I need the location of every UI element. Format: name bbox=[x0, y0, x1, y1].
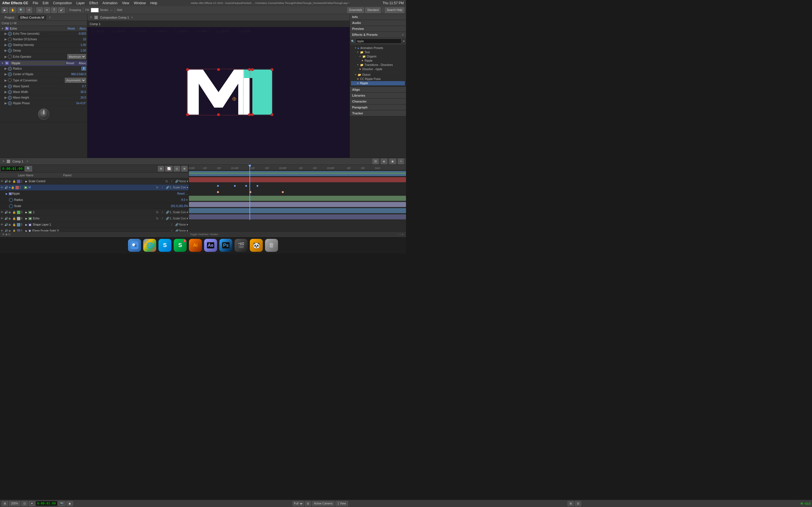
toolbar-rect[interactable]: ▭ bbox=[36, 7, 43, 13]
tl-bar-4[interactable] bbox=[189, 202, 406, 207]
tl-lock-6[interactable]: 🔒 bbox=[12, 229, 16, 231]
dock-vpn[interactable]: 🐼 bbox=[250, 239, 263, 252]
rp-paragraph-header[interactable]: Paragraph bbox=[350, 105, 406, 110]
rp-effects-menu[interactable]: ≡ bbox=[402, 33, 404, 36]
toolbar-brush[interactable]: 🖌 bbox=[58, 7, 65, 13]
toolbar-zoom[interactable]: 🔍 bbox=[17, 7, 25, 13]
echo-operator-dropdown[interactable]: Maximum Minimum Add bbox=[67, 54, 86, 59]
tl-layer-6[interactable]: 👁 🔊 ◉ 🔒 6 ▶ ■ [Deep Purple Solid 1] / 🔗 … bbox=[0, 228, 189, 231]
echo-time-stopwatch[interactable] bbox=[8, 32, 12, 36]
panel-menu-icon[interactable]: ≡ bbox=[49, 16, 51, 19]
echo-intensity-expander[interactable]: ▶ bbox=[4, 43, 8, 47]
tl-parent-2[interactable]: 1. Scale Con ▾ bbox=[170, 186, 188, 189]
tl-vis-3[interactable]: 👁 bbox=[1, 211, 4, 214]
menu-effect[interactable]: Effect bbox=[89, 1, 98, 5]
tl-vis-6[interactable]: 👁 bbox=[1, 229, 4, 231]
ripple-reset-btn[interactable]: Reset bbox=[66, 61, 74, 65]
menu-file[interactable]: File bbox=[33, 1, 38, 5]
ripple-type-icon[interactable] bbox=[8, 78, 12, 82]
rp-tree-ripple-distort[interactable]: ✦ Ripple bbox=[351, 81, 405, 86]
ripple-speed-expander[interactable]: ▶ bbox=[4, 84, 8, 88]
tab-effect-controls[interactable]: Effect Controls M bbox=[18, 15, 46, 20]
tl-solo-btn[interactable]: ◉ bbox=[389, 159, 396, 164]
toolbar-select[interactable]: ▶ bbox=[2, 7, 8, 13]
tl-link-2[interactable]: 🔗 bbox=[166, 186, 169, 189]
tl-bar-5[interactable] bbox=[189, 208, 406, 213]
tl-ripple-opts[interactable]: ... bbox=[186, 192, 188, 195]
tl-vis-1[interactable]: 👁 bbox=[1, 180, 4, 183]
ripple-speed-value[interactable]: 0.7 bbox=[82, 85, 86, 88]
essentials-btn[interactable]: Essentials bbox=[347, 7, 364, 13]
standard-btn[interactable]: Standard bbox=[365, 7, 380, 13]
tl-switch-4-fx[interactable]: fx bbox=[155, 216, 160, 221]
tl-switch-6-mo[interactable]: / bbox=[169, 229, 174, 232]
tl-audio-1[interactable]: 🔊 bbox=[4, 180, 8, 183]
rp-tracker-header[interactable]: Tracker bbox=[350, 110, 406, 116]
tl-graph-btn[interactable]: 📈 bbox=[165, 166, 172, 172]
rp-search-input[interactable] bbox=[356, 39, 402, 44]
tl-timecode[interactable]: 0:00:01:09 bbox=[1, 166, 24, 171]
tl-parent-1[interactable]: None ▾ bbox=[179, 180, 188, 183]
toggle-switches-modes[interactable]: Toggle Switches / Modes bbox=[190, 233, 218, 236]
ripple-radius-value[interactable]: 8 bbox=[82, 67, 86, 70]
tl-layer-1[interactable]: 👁 🔊 ◉ 🔒 1 ▶ Scale Control fx / 🔗 None ▾ bbox=[0, 178, 189, 184]
tl-radius-value[interactable]: 8.0 bbox=[181, 198, 185, 202]
echo-time-expander[interactable]: ▶ bbox=[4, 32, 8, 36]
tl-solo-4[interactable]: ◉ bbox=[8, 217, 12, 220]
tl-motion-btn[interactable]: ◈ bbox=[381, 159, 387, 164]
tl-scale-value[interactable]: 181.0,181.0% bbox=[170, 205, 188, 208]
tl-parent-5[interactable]: None ▾ bbox=[179, 223, 188, 226]
menu-edit[interactable]: Edit bbox=[43, 1, 49, 5]
tl-link-6[interactable]: 🔗 bbox=[175, 229, 179, 231]
tl-lock-4[interactable]: 🔒 bbox=[12, 217, 16, 220]
tl-link-3[interactable]: 🔗 bbox=[166, 211, 169, 214]
ripple-width-expander[interactable]: ▶ bbox=[4, 90, 8, 94]
rp-character-header[interactable]: Character bbox=[350, 99, 406, 104]
menu-composition[interactable]: Composition bbox=[53, 1, 72, 5]
tl-audio-6[interactable]: 🔊 bbox=[4, 229, 8, 231]
dock-finder[interactable] bbox=[128, 239, 141, 252]
tl-switches-btn[interactable]: ⊞ bbox=[158, 166, 164, 172]
tl-vis-4[interactable]: 👁 bbox=[1, 217, 4, 220]
tl-layer-scale[interactable]: Scale 181.0,181.0% bbox=[0, 203, 189, 209]
tl-layer-3[interactable]: 👁 🔊 ◉ 🔒 3 ▶ ★ 1 fx / 🔗 1. Scale Con ▾ bbox=[0, 209, 189, 216]
ripple-center-expander[interactable]: ▶ bbox=[4, 72, 8, 76]
tl-expand-2[interactable]: ▼ bbox=[8, 186, 11, 189]
ripple-width-value[interactable]: 36.5 bbox=[81, 91, 86, 94]
tl-ripple-reset[interactable]: Reset bbox=[177, 192, 185, 195]
rp-align-header[interactable]: Align bbox=[350, 87, 406, 93]
toolbar-pen[interactable]: ✒ bbox=[44, 7, 50, 13]
dock-aftereffects[interactable]: Ae bbox=[204, 239, 217, 252]
tab-project[interactable]: Project bbox=[2, 15, 16, 20]
ripple-height-value[interactable]: 20.0 bbox=[81, 96, 86, 99]
ripple-header[interactable]: ▼ fx Ripple Reset Abou bbox=[0, 60, 87, 66]
tl-layer-5[interactable]: 👁 🔊 ◉ 🔒 5 ▶ ◆ Shape Layer 1 / 🔗 None ▾ bbox=[0, 222, 189, 228]
tl-audio-2[interactable]: 🔊 bbox=[4, 186, 8, 189]
tl-solo-1[interactable]: ◉ bbox=[8, 180, 12, 183]
echo-count-expander[interactable]: ▶ bbox=[4, 38, 8, 41]
tl-parent-6[interactable]: None ▾ bbox=[179, 229, 188, 231]
tl-kf-4[interactable] bbox=[256, 185, 259, 187]
ripple-height-expander[interactable]: ▶ bbox=[4, 96, 8, 100]
tl-layer-radius[interactable]: Radius 8.0 ✕ bbox=[0, 197, 189, 203]
echo-header[interactable]: ▼ fx Echo Reset Abou bbox=[0, 26, 87, 31]
dock-skype[interactable]: S bbox=[158, 239, 171, 252]
tl-expand-4[interactable]: ▶ bbox=[26, 217, 28, 220]
tl-lock-5[interactable]: 🔒 bbox=[12, 223, 16, 226]
dock-movie[interactable]: 🎬 bbox=[235, 239, 248, 252]
tl-expand-ripple[interactable]: ▶ bbox=[6, 192, 8, 195]
ripple-speed-stopwatch[interactable] bbox=[8, 84, 12, 89]
dock-trash[interactable]: 🗑 bbox=[265, 239, 278, 252]
ripple-height-stopwatch[interactable] bbox=[8, 96, 12, 100]
echo-reset-btn[interactable]: Reset bbox=[68, 27, 75, 30]
tl-bar-3[interactable] bbox=[189, 196, 406, 201]
tl-audio-4[interactable]: 🔊 bbox=[4, 217, 8, 220]
dock-chrome[interactable]: 🌐 bbox=[143, 239, 156, 252]
tl-layer-4[interactable]: 👁 🔊 ◉ 🔒 4 ▶ ★ Echo fx / 🔗 1. Scale Con ▾ bbox=[0, 216, 189, 222]
echo-operator-expander[interactable]: ▶ bbox=[4, 55, 8, 59]
close-icon[interactable]: ✕ bbox=[90, 15, 92, 19]
tl-lock-1[interactable]: 🔒 bbox=[12, 180, 16, 183]
echo-intensity-value[interactable]: 1.00 bbox=[81, 43, 86, 47]
tl-expand-1[interactable]: ▶ bbox=[26, 180, 28, 183]
rp-tree-organic[interactable]: ▼ 📁 Organic bbox=[351, 54, 405, 59]
